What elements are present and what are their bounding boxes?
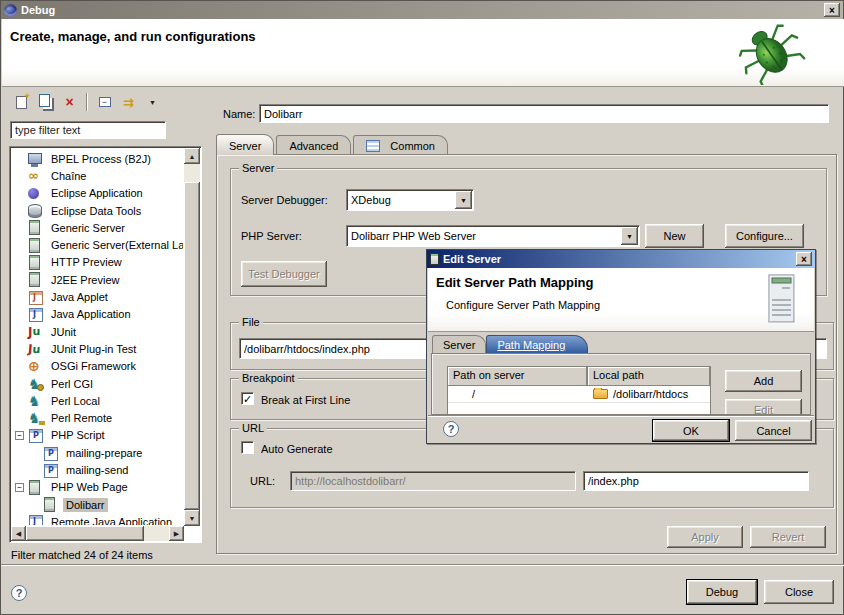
tree-horizontal-scrollbar[interactable]: ◀ ▶	[11, 526, 184, 541]
collapse-all-icon[interactable]: −	[94, 92, 115, 112]
tab-server-settings[interactable]: Server	[432, 335, 486, 354]
configure-server-button[interactable]: Configure...	[725, 224, 804, 248]
new-server-button[interactable]: New	[645, 224, 704, 248]
tree-item-junit-plug-in-test[interactable]: JUnit Plug-in Test	[12, 340, 183, 357]
close-window-button[interactable]: ×	[824, 3, 840, 17]
dialog-help-icon[interactable]: ?	[443, 421, 459, 437]
tab-server[interactable]: Server	[216, 134, 274, 155]
url-path-input[interactable]	[583, 471, 809, 491]
revert-button[interactable]: Revert	[750, 526, 826, 548]
vertical-scroll-thumb[interactable]	[184, 182, 200, 510]
apply-button[interactable]: Apply	[667, 526, 743, 548]
filter-launch-configurations-icon[interactable]: ⇉	[118, 92, 139, 112]
tree-item-dolibarr[interactable]: Dolibarr	[12, 496, 183, 513]
tree-item-j2ee-preview[interactable]: J2EE Preview	[12, 271, 183, 288]
tree-item-osgi-framework[interactable]: ⊕OSGi Framework	[12, 358, 183, 375]
tree-item-http-preview[interactable]: HTTP Preview	[12, 254, 183, 271]
break-at-first-line-label: Break at First Line	[261, 394, 350, 406]
duplicate-launch-configuration-icon[interactable]	[35, 92, 56, 112]
delete-launch-configuration-icon[interactable]: ×	[59, 92, 80, 112]
tree-item-mailing-send[interactable]: mailing-send	[12, 461, 183, 478]
server-debugger-label: Server Debugger:	[241, 194, 328, 206]
tree-item-generic-server-external-la[interactable]: Generic Server(External La	[12, 236, 183, 253]
path-mapping-table[interactable]: Path on server Local path //dolibarr/htd…	[447, 366, 711, 415]
chevron-down-icon[interactable]: ▼	[455, 191, 472, 209]
tab-advanced[interactable]: Advanced	[276, 135, 351, 155]
php-icon	[43, 462, 60, 478]
tree-item-perl-local[interactable]: ♞Perl Local	[12, 392, 183, 409]
collapse-node-icon[interactable]: −	[15, 431, 24, 440]
server-icon	[28, 479, 45, 495]
scroll-down-icon[interactable]: ▼	[184, 510, 200, 526]
remote-java-icon	[28, 513, 45, 525]
tree-item-eclipse-data-tools[interactable]: Eclipse Data Tools	[12, 202, 183, 219]
edit-server-titlebar[interactable]: Edit Server ×	[427, 250, 815, 268]
server-icon	[430, 253, 439, 265]
tree-item-php-script[interactable]: −PHP Script	[12, 427, 183, 444]
tree-item-label: Eclipse Application	[48, 186, 146, 200]
edit-server-title: Edit Server	[443, 253, 796, 265]
column-path-on-server[interactable]: Path on server	[448, 367, 588, 386]
tree-item-remote-java-application[interactable]: Remote Java Application	[12, 513, 183, 525]
tree-item-perl-cgi[interactable]: ♞Perl CGI	[12, 375, 183, 392]
tree-item-bpel-process-b2j[interactable]: BPEL Process (B2J)	[12, 150, 183, 167]
close-button[interactable]: Close	[764, 580, 834, 604]
tree-item-perl-remote[interactable]: ♞Perl Remote	[12, 409, 183, 426]
tree-item-php-web-page[interactable]: −PHP Web Page	[12, 479, 183, 496]
new-launch-configuration-icon[interactable]	[11, 92, 32, 112]
collapse-node-icon[interactable]: −	[15, 483, 24, 492]
filter-menu-caret-icon[interactable]: ▼	[142, 92, 163, 112]
server-icon	[28, 254, 45, 270]
dialog-banner: Create, manage, and run configurations	[2, 19, 844, 87]
php-icon	[43, 445, 60, 461]
tree-item-label: HTTP Preview	[48, 255, 125, 269]
tree-vertical-scrollbar[interactable]: ▲ ▼	[184, 148, 200, 526]
url-group-title: URL	[239, 422, 267, 434]
path-mapping-row[interactable]: //dolibarr/htdocs	[448, 386, 710, 403]
junit-icon	[28, 324, 45, 340]
debug-button[interactable]: Debug	[687, 580, 757, 604]
cancel-button[interactable]: Cancel	[735, 420, 812, 441]
scroll-left-icon[interactable]: ◀	[11, 526, 26, 541]
auto-generate-checkbox[interactable]	[241, 441, 254, 454]
tree-item-java-application[interactable]: Java Application	[12, 306, 183, 323]
window-title: Debug	[21, 4, 824, 16]
ok-button[interactable]: OK	[653, 420, 729, 441]
edit-server-button-bar: ? OK Cancel	[428, 415, 814, 442]
tree-item-junit[interactable]: JUnit	[12, 323, 183, 340]
add-mapping-button[interactable]: Add	[725, 370, 802, 392]
database-icon	[28, 203, 45, 219]
test-debugger-button[interactable]: Test Debugger	[241, 261, 327, 287]
chevron-down-icon[interactable]: ▼	[621, 227, 638, 245]
type-filter-input[interactable]	[10, 121, 166, 139]
break-at-first-line-checkbox[interactable]: ✓	[241, 392, 254, 405]
tree-item-cha-ne[interactable]: ∞Chaîne	[12, 167, 183, 184]
name-input[interactable]	[259, 104, 829, 123]
column-local-path[interactable]: Local path	[588, 367, 710, 386]
filter-status-text: Filter matched 24 of 24 items	[11, 549, 153, 561]
php-icon	[28, 427, 45, 443]
url-label: URL:	[250, 475, 275, 487]
table-body: //dolibarr/htdocs	[448, 386, 710, 403]
eclipse-sphere-icon	[28, 185, 45, 201]
tree-item-eclipse-application[interactable]: Eclipse Application	[12, 185, 183, 202]
tab-path-mapping[interactable]: Path Mapping	[486, 335, 588, 354]
horizontal-scroll-thumb[interactable]	[26, 526, 144, 541]
help-icon[interactable]: ?	[11, 585, 27, 601]
tree-item-java-applet[interactable]: Java Applet	[12, 288, 183, 305]
tree-item-label: BPEL Process (B2J)	[48, 152, 154, 166]
server-debugger-select[interactable]: XDebug ▼	[346, 189, 474, 211]
edit-mapping-button[interactable]: Edit	[725, 399, 802, 415]
tab-common[interactable]: Common	[353, 135, 448, 155]
table-header-row: Path on server Local path	[448, 367, 710, 386]
scroll-up-icon[interactable]: ▲	[184, 148, 200, 164]
folder-icon	[593, 389, 608, 399]
tree-item-label: mailing-prepare	[63, 446, 145, 460]
close-edit-server-button[interactable]: ×	[796, 252, 812, 266]
scroll-right-icon[interactable]: ▶	[169, 526, 184, 541]
tree-item-generic-server[interactable]: Generic Server	[12, 219, 183, 236]
php-server-select[interactable]: Dolibarr PHP Web Server ▼	[346, 225, 640, 247]
tree-item-mailing-prepare[interactable]: mailing-prepare	[12, 444, 183, 461]
window-titlebar[interactable]: Debug ×	[1, 1, 843, 19]
config-tree-box: BPEL Process (B2J)∞ChaîneEclipse Applica…	[9, 146, 202, 543]
